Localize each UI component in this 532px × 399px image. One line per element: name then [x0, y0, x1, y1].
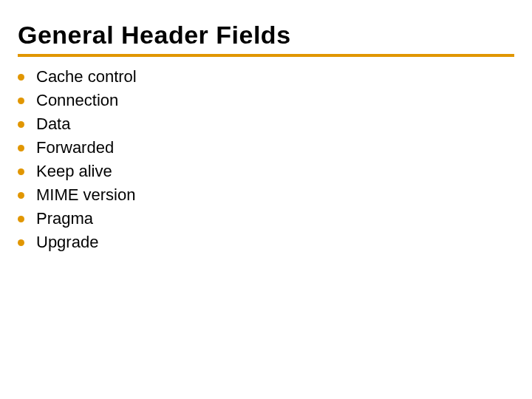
bullet-icon	[18, 121, 24, 128]
list-item-label: Cache control	[36, 67, 137, 86]
list-item-label: Connection	[36, 91, 118, 110]
list-item-label: Upgrade	[36, 233, 98, 252]
list-item-label: Data	[36, 115, 70, 134]
list-item-label: Keep alive	[36, 162, 112, 181]
list-item: Data	[18, 115, 514, 134]
bullet-icon	[18, 239, 24, 246]
list-item: MIME version	[18, 185, 514, 205]
list-item: Forwarded	[18, 138, 514, 157]
bullet-icon	[18, 216, 24, 222]
bullet-icon	[18, 168, 24, 175]
list-item: Connection	[18, 91, 514, 110]
list-item: Cache control	[18, 67, 514, 86]
list-item: Keep alive	[18, 162, 514, 181]
bullet-icon	[18, 74, 24, 81]
list-item: Upgrade	[18, 233, 514, 252]
bullet-icon	[18, 145, 24, 151]
list-item-label: Forwarded	[36, 138, 114, 157]
slide-title: General Header Fields	[18, 21, 514, 57]
header-fields-list: Cache control Connection Data Forwarded …	[18, 67, 514, 252]
bullet-icon	[18, 192, 24, 199]
list-item-label: MIME version	[36, 185, 135, 205]
list-item-label: Pragma	[36, 209, 93, 228]
list-item: Pragma	[18, 209, 514, 228]
bullet-icon	[18, 98, 24, 104]
